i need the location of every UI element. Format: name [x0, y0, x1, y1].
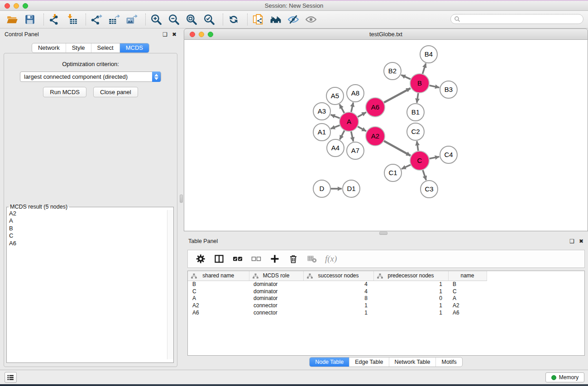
zoom-network-button[interactable] [208, 32, 213, 37]
network-canvas[interactable]: B4B2BB3A5A8A6A3B1AA1C2A2A4A7CC4C1C3DD1 [184, 40, 588, 231]
cell-name[interactable]: B [448, 281, 487, 288]
minimize-network-button[interactable] [199, 32, 204, 37]
add-icon[interactable] [269, 253, 280, 264]
edge-B-B3[interactable] [430, 86, 440, 88]
gear-icon[interactable] [195, 253, 206, 264]
edge-A-A5[interactable] [339, 104, 344, 113]
node-A3[interactable]: A3 [313, 103, 330, 120]
edge-C-C4[interactable] [430, 157, 440, 158]
node-A2[interactable]: A2 [366, 127, 385, 146]
zoom-fit-icon[interactable] [186, 14, 197, 25]
edge-C-C2[interactable] [417, 141, 418, 151]
node-B2[interactable]: B2 [384, 62, 401, 80]
edge-A-A2[interactable] [358, 127, 366, 131]
tab-network-table[interactable]: Network Table [389, 357, 436, 367]
run-mcds-button[interactable]: Run MCDS [43, 87, 86, 97]
float-table-panel-icon[interactable]: ❑ [569, 238, 574, 244]
node-A6[interactable]: A6 [366, 98, 385, 117]
table-row[interactable]: A6connector11A6 [188, 309, 585, 316]
edge-A-A8[interactable] [351, 103, 354, 112]
cell-predecessor-nodes[interactable]: 1 [373, 309, 448, 316]
node-D1[interactable]: D1 [343, 180, 360, 197]
cell-shared-name[interactable]: A6 [188, 309, 249, 316]
show-panels-button[interactable] [5, 372, 17, 383]
edge-C-C3[interactable] [423, 170, 426, 180]
float-panel-icon[interactable]: ❑ [163, 32, 167, 37]
mcds-result-item[interactable]: C [7, 232, 173, 239]
cell-successor-nodes[interactable]: 8 [303, 295, 373, 302]
node-C1[interactable]: C1 [384, 164, 402, 181]
cell-successor-nodes[interactable]: 1 [303, 302, 373, 309]
tab-edge-table[interactable]: Edge Table [349, 357, 388, 367]
table-row[interactable]: A2connector11A2 [188, 302, 585, 309]
node-C3[interactable]: C3 [421, 181, 438, 198]
cell-shared-name[interactable]: A2 [188, 302, 249, 309]
node-A[interactable]: A [339, 112, 359, 131]
network-from-file-icon[interactable] [252, 14, 264, 25]
horizontal-split-grip[interactable] [379, 232, 387, 235]
node-C4[interactable]: C4 [440, 146, 457, 163]
zoom-out-icon[interactable] [168, 14, 180, 25]
tab-network[interactable]: Network [32, 43, 66, 52]
apply-layout-icon[interactable] [228, 14, 239, 25]
cell-MCDS-role[interactable]: connector [249, 302, 303, 309]
node-B1[interactable]: B1 [407, 104, 424, 121]
edge-A-A7[interactable] [351, 132, 354, 142]
node-A8[interactable]: A8 [347, 85, 364, 102]
export-image-icon[interactable] [126, 14, 138, 25]
zoom-selected-icon[interactable] [203, 14, 215, 25]
mcds-result-item[interactable]: B [7, 225, 173, 232]
node-B3[interactable]: B3 [440, 81, 457, 98]
cell-shared-name[interactable]: B [188, 281, 249, 288]
eye-icon[interactable] [305, 14, 317, 25]
mcds-result-item[interactable]: A2 [7, 210, 173, 217]
cell-name[interactable]: A6 [448, 309, 487, 316]
deselect-all-icon[interactable] [251, 253, 262, 264]
cell-name[interactable]: A2 [448, 302, 487, 309]
table-row[interactable]: Adominator80A [188, 295, 585, 302]
minimize-window-button[interactable] [14, 3, 19, 9]
cell-predecessor-nodes[interactable]: 1 [373, 288, 448, 295]
import-network-icon[interactable] [48, 14, 60, 25]
close-panel-icon[interactable]: ✖ [172, 32, 177, 37]
cell-successor-nodes[interactable]: 4 [303, 288, 373, 295]
network-window-titlebar[interactable]: testGlobe.txt [184, 29, 588, 40]
save-session-icon[interactable] [24, 14, 36, 25]
cell-name[interactable]: A [448, 295, 487, 302]
zoom-window-button[interactable] [23, 3, 28, 9]
tab-motifs[interactable]: Motifs [435, 357, 462, 367]
node-A4[interactable]: A4 [327, 139, 344, 157]
node-B4[interactable]: B4 [420, 46, 437, 63]
zoom-in-icon[interactable] [150, 14, 162, 25]
mcds-result-list[interactable]: A2ABCA6 [7, 210, 173, 359]
mcds-result-item[interactable]: A6 [7, 240, 173, 247]
edge-A-A4[interactable] [340, 131, 344, 140]
cell-shared-name[interactable]: A [188, 295, 249, 302]
cell-MCDS-role[interactable]: connector [249, 309, 303, 316]
cell-predecessor-nodes[interactable]: 0 [373, 295, 448, 302]
cell-predecessor-nodes[interactable]: 1 [373, 281, 448, 288]
close-network-button[interactable] [190, 32, 195, 37]
edge-C-C1[interactable] [402, 165, 411, 169]
export-network-icon[interactable] [91, 14, 102, 25]
node-A5[interactable]: A5 [326, 87, 344, 105]
cell-MCDS-role[interactable]: dominator [249, 295, 303, 302]
export-table-icon[interactable] [108, 14, 120, 25]
cell-name[interactable]: C [448, 288, 487, 295]
tab-node-table[interactable]: Node Table [310, 357, 349, 367]
columns-icon[interactable] [214, 253, 225, 264]
optimization-criterion-dropdown[interactable]: largest connected component (directed) [20, 71, 161, 82]
houses-icon[interactable] [270, 14, 282, 25]
edge-A6-B[interactable] [384, 88, 410, 103]
edge-A2-C[interactable] [384, 141, 411, 156]
cell-MCDS-role[interactable]: dominator [249, 288, 303, 295]
select-all-icon[interactable] [232, 253, 243, 264]
column-header-predecessor-nodes[interactable]: predecessor nodes [373, 271, 448, 281]
table-row[interactable]: Bdominator41B [188, 281, 585, 288]
column-header-shared-name[interactable]: shared name [188, 271, 249, 281]
edge-A-A6[interactable] [358, 112, 366, 117]
vertical-split-grip[interactable] [180, 195, 183, 203]
node-C2[interactable]: C2 [407, 123, 424, 140]
node-D[interactable]: D [313, 180, 330, 197]
edge-A-A3[interactable] [331, 115, 340, 119]
